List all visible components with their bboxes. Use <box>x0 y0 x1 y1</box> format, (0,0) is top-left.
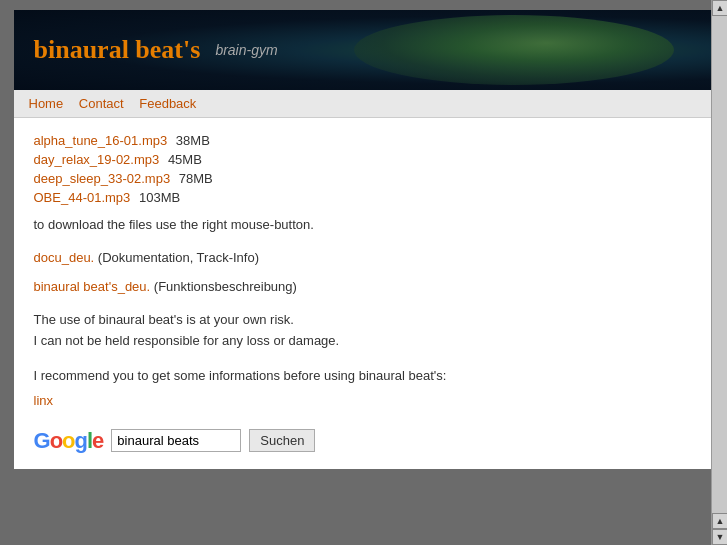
file-link-2[interactable]: day_relax_19-02.mp3 <box>34 152 160 167</box>
file-link-1[interactable]: alpha_tune_16-01.mp3 <box>34 133 168 148</box>
disclaimer-line1: The use of binaural beat's is at your ow… <box>34 310 694 331</box>
nav-bar: Home Contact Feedback <box>14 90 714 118</box>
doc-link-1[interactable]: docu_deu. <box>34 250 95 265</box>
site-title: binaural beat's <box>34 35 201 65</box>
doc-desc-1: (Dokumentation, Track-Info) <box>98 250 259 265</box>
file-row: alpha_tune_16-01.mp3 38MB <box>34 133 694 148</box>
file-list: alpha_tune_16-01.mp3 38MB day_relax_19-0… <box>34 133 694 205</box>
file-size-2: 45MB <box>168 152 202 167</box>
scrollbar[interactable]: ▲ ▲ ▼ <box>711 0 727 479</box>
file-row: OBE_44-01.mp3 103MB <box>34 190 694 205</box>
nav-home[interactable]: Home <box>29 96 64 111</box>
google-logo: Google <box>34 428 104 454</box>
instruction-text: to download the files use the right mous… <box>34 217 694 232</box>
linx-link[interactable]: linx <box>34 393 54 408</box>
file-size-1: 38MB <box>176 133 210 148</box>
file-size-4: 103MB <box>139 190 180 205</box>
disclaimer: The use of binaural beat's is at your ow… <box>34 310 694 352</box>
search-input[interactable] <box>111 429 241 452</box>
file-row: deep_sleep_33-02.mp3 78MB <box>34 171 694 186</box>
header: binaural beat's brain-gym <box>14 10 714 90</box>
file-link-3[interactable]: deep_sleep_33-02.mp3 <box>34 171 171 186</box>
file-link-4[interactable]: OBE_44-01.mp3 <box>34 190 131 205</box>
file-row: day_relax_19-02.mp3 45MB <box>34 152 694 167</box>
file-size-3: 78MB <box>179 171 213 186</box>
doc-row-2: binaural beat's_deu. (Funktionsbeschreib… <box>34 279 694 294</box>
search-button[interactable]: Suchen <box>249 429 315 452</box>
search-area: Google Suchen <box>34 428 694 454</box>
scroll-up-arrow[interactable]: ▲ <box>712 0 727 16</box>
nav-feedback[interactable]: Feedback <box>139 96 196 111</box>
main-content: alpha_tune_16-01.mp3 38MB day_relax_19-0… <box>14 118 714 469</box>
recommend-text: I recommend you to get some informations… <box>34 368 694 383</box>
nav-contact[interactable]: Contact <box>79 96 124 111</box>
doc-row-1: docu_deu. (Dokumentation, Track-Info) <box>34 250 694 265</box>
scroll-track[interactable] <box>712 16 727 479</box>
doc-link-2[interactable]: binaural beat's_deu. <box>34 279 151 294</box>
site-subtitle: brain-gym <box>215 42 277 58</box>
doc-desc-2: (Funktionsbeschreibung) <box>154 279 297 294</box>
disclaimer-line2: I can not be held responsible for any lo… <box>34 331 694 352</box>
